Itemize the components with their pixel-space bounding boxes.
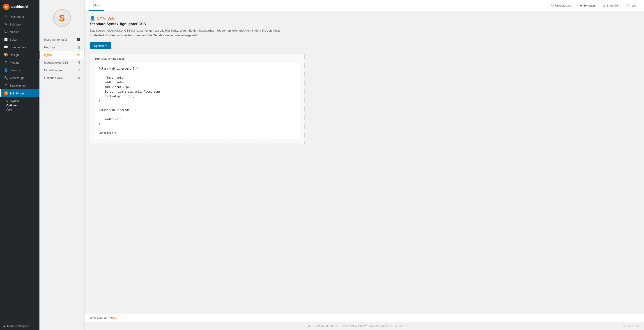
sidebar-item-einstellungen[interactable]: ⚙ Einstellungen <box>0 82 40 89</box>
content-title: Standard SyntaxHighlighter CSS <box>90 22 305 26</box>
sub-nav-optionen-obj[interactable]: Optionen OBJ ▦ <box>40 74 84 82</box>
sidebar-item-dashboard[interactable]: ⊞ Dashboard <box>0 13 40 20</box>
sidebar-item-medien[interactable]: 🖼 Medien <box>0 28 40 36</box>
design-icon: 🎨 <box>4 53 8 57</box>
footer: Unterstützt von MeliBu <box>84 314 644 322</box>
sidebar-item-label: Medien <box>10 30 20 34</box>
submenu-mb-syntax[interactable]: MB Syntax <box>6 99 36 103</box>
tab-bar: ℹ Info 🔧 Unterstützung ★ Bewerten 📊 Stat… <box>84 0 644 11</box>
sidebar-item-mb-syntax[interactable]: S MB Syntax <box>0 89 40 98</box>
sidebar-item-label: Kommentare <box>10 46 26 49</box>
tab-unterstuetzung[interactable]: 🔧 Unterstützung <box>547 2 576 9</box>
plugin-person-icon: 👤 <box>90 16 95 21</box>
version-label: VERSION 1.3 <box>623 324 638 327</box>
werkzeuge-icon: 🔧 <box>4 76 8 80</box>
sub-nav-label: Optionen OBJ <box>44 76 63 80</box>
statistiken-icon: 📊 <box>602 4 606 7</box>
submenu-ueber[interactable]: Über <box>6 108 36 112</box>
sidebar-top: W Dashboard <box>0 0 40 13</box>
benutzer-icon: 👤 <box>4 68 8 72</box>
sub-nav-instrumententafel[interactable]: Instrumententafel ⬛ <box>40 36 84 43</box>
tab-info-label: Info <box>95 4 100 7</box>
footer-text: Unterstützt von <box>90 316 109 320</box>
sidebar-item-label: Seiten <box>10 38 18 41</box>
sub-nav-label: RegExp <box>44 46 54 49</box>
sub-nav-einstellungen[interactable]: Einstellungen ↗ <box>40 66 84 74</box>
sub-nav-individuelles-css[interactable]: Induviduelles CSS 📋 <box>40 58 84 66</box>
syntax-eye-icon: 👁 <box>77 53 80 56</box>
optionen-obj-icon: ▦ <box>77 76 80 80</box>
tab-bewerten-label: Bewerten <box>583 4 595 7</box>
tab-bewerten[interactable]: ★ Bewerten <box>576 2 598 9</box>
submenu-optionen[interactable]: Optionen <box>6 103 36 108</box>
mb-syntax-icon: S <box>4 91 8 96</box>
sub-nav-syntax[interactable]: Syntax 👁 <box>40 51 84 58</box>
collapse-icon: ◀ <box>3 324 6 328</box>
sidebar-item-label: Dashboard <box>10 15 24 18</box>
plugins-icon: ⚙ <box>4 60 8 64</box>
kommentare-icon: 💬 <box>4 45 8 49</box>
footer-plugin-link[interactable]: MELIBU WP SYNTAX HIGH LIGHTER <box>354 324 397 327</box>
dashboard-icon: ⊞ <box>4 15 8 19</box>
sidebar-item-plugins[interactable]: ⚙ Plugins <box>0 58 40 66</box>
bewerten-icon: ★ <box>580 4 582 7</box>
sidebar-item-label: Benutzer <box>10 68 22 72</box>
sidebar-item-beitraege[interactable]: ✎ Beiträge <box>0 20 40 28</box>
sub-nav-regexp[interactable]: RegExp ▦ <box>40 43 84 51</box>
einstellungen-share-icon: ↗ <box>78 68 80 72</box>
tab-right-actions: 🔧 Unterstützung ★ Bewerten 📊 Statistiken… <box>547 2 640 9</box>
sidebar-item-seiten[interactable]: 📄 Seiten <box>0 36 40 43</box>
tab-statistiken-label: Statistiken <box>607 4 620 7</box>
medien-icon: 🖼 <box>4 30 8 34</box>
sub-sidebar: S Instrumententafel ⬛ RegExp ▦ Syntax 👁 … <box>40 0 84 330</box>
sidebar-item-label: Beiträge <box>10 23 20 26</box>
main-area: ℹ Info 🔧 Unterstützung ★ Bewerten 📊 Stat… <box>84 0 644 330</box>
footer-link[interactable]: MeliBu <box>109 316 117 320</box>
sidebar-item-label: Plugins <box>10 61 20 64</box>
collapse-menu-button[interactable]: ◀ Menü einklappen <box>0 322 40 330</box>
sub-nav-label: Einstellungen <box>44 68 62 72</box>
sidebar-item-benutzer[interactable]: 👤 Benutzer <box>0 66 40 74</box>
sub-nav-label: Instrumententafel <box>44 38 67 41</box>
sidebar-item-label: MB Syntax <box>10 92 24 95</box>
plugin-logo-circle: S <box>53 9 71 27</box>
sidebar-item-label: Einstellungen <box>10 84 27 87</box>
tab-unterstuetzung-label: Unterstützung <box>555 4 572 7</box>
einstellungen-icon: ⚙ <box>4 84 8 88</box>
seiten-icon: 📄 <box>4 38 8 42</box>
content-description: Das überschreiben dieser CSS hat Auswirk… <box>90 28 282 38</box>
css-code-box[interactable]: [class*=mb-linecount-] { float: left; wi… <box>95 63 300 139</box>
css-active-label: Your CSS is now active <box>95 57 300 60</box>
beitraege-icon: ✎ <box>4 22 8 26</box>
tab-log-label: Log <box>632 4 636 7</box>
log-icon: 🕐 <box>627 4 630 7</box>
sidebar-logo[interactable]: W Dashboard <box>0 2 40 11</box>
sidebar-item-werkzeuge[interactable]: 🔧 Werkzeuge <box>0 74 40 82</box>
sidebar: W Dashboard ⊞ Dashboard ✎ Beiträge 🖼 Med… <box>0 0 40 330</box>
sidebar-item-kommentare[interactable]: 💬 Kommentare <box>0 43 40 51</box>
tab-statistiken[interactable]: 📊 Statistiken <box>599 2 623 9</box>
sidebar-item-design[interactable]: 🎨 Design <box>0 51 40 58</box>
collapse-label: Menü einklappen <box>7 324 30 328</box>
sidebar-dashboard-label: Dashboard <box>11 5 28 8</box>
unterstuetzung-icon: 🔧 <box>551 4 554 7</box>
tab-log[interactable]: 🕐 Log <box>624 2 640 9</box>
regexp-icon: ▦ <box>77 45 80 49</box>
sub-nav-label: Induviduelles CSS <box>44 61 68 64</box>
plugin-title: SYNTAX <box>97 16 114 21</box>
individuelles-css-icon: 📋 <box>76 61 80 64</box>
sidebar-item-label: Werkzeuge <box>10 76 24 80</box>
sidebar-nav: ⊞ Dashboard ✎ Beiträge 🖼 Medien 📄 Seiten… <box>0 13 40 322</box>
save-button[interactable]: Speichern <box>90 42 112 49</box>
footer-year: © 2017 <box>398 324 406 327</box>
info-icon: ℹ <box>93 4 94 7</box>
css-active-container: Your CSS is now active [class*=mb-lineco… <box>90 54 305 144</box>
page-footer: VERSION 1.3 VIELEN DANK FÜR IHR VERTRAUE… <box>84 322 644 330</box>
tab-info[interactable]: ℹ Info <box>89 0 104 11</box>
wp-logo-icon: W <box>3 4 10 10</box>
instrumententafel-icon: ⬛ <box>76 38 80 41</box>
sub-sidebar-logo: S <box>40 4 84 36</box>
main-content: 👤 SYNTAX Standard SyntaxHighlighter CSS … <box>84 11 310 314</box>
plugin-header: 👤 SYNTAX <box>90 16 305 21</box>
plugin-submenu: MB Syntax Optionen Über <box>0 98 40 114</box>
